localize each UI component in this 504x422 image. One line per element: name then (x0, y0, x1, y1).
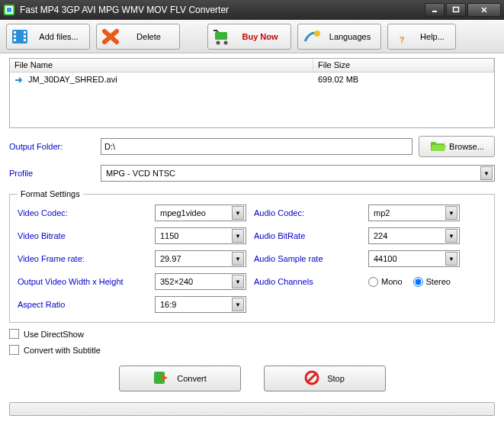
close-button[interactable] (467, 3, 501, 17)
languages-button[interactable]: Languages (297, 24, 381, 50)
folder-icon (429, 139, 446, 154)
svg-rect-13 (24, 39, 26, 41)
svg-rect-4 (454, 8, 459, 12)
format-legend: Format Settings (18, 189, 83, 198)
svg-rect-12 (24, 35, 26, 37)
file-size-cell: 699.02 MB (313, 74, 494, 85)
convert-label: Convert (177, 374, 207, 383)
audio-codec-label: Audio Codec: (254, 208, 368, 217)
audio-channels-label: Audio Channels (254, 277, 368, 286)
file-list-header: File Name File Size (10, 59, 494, 72)
file-list[interactable]: File Name File Size JM_30DAY_SHRED.avi 6… (9, 58, 495, 128)
svg-point-16 (224, 40, 228, 44)
chevron-down-icon: ▼ (232, 229, 244, 243)
chevron-down-icon: ▼ (232, 298, 244, 311)
progress-bar (9, 402, 495, 416)
svg-rect-10 (14, 39, 16, 41)
window-controls (425, 3, 501, 17)
stereo-radio[interactable]: Stereo (413, 277, 451, 287)
audio-bitrate-combo[interactable]: 224▼ (368, 227, 460, 244)
help-label: Help... (417, 32, 448, 41)
stop-icon (304, 370, 319, 387)
add-files-label: Add files... (36, 32, 82, 41)
profile-value: MPG - VCD NTSC (106, 169, 480, 178)
profile-label: Profile (9, 169, 101, 178)
directshow-label: Use DirectShow (24, 330, 84, 339)
directshow-checkbox[interactable]: Use DirectShow (9, 329, 495, 339)
audio-sample-label: Audio Sample rate (254, 254, 368, 263)
svg-point-17 (314, 31, 320, 37)
delete-label: Delete (126, 32, 172, 41)
app-icon (3, 4, 15, 16)
svg-rect-11 (24, 31, 26, 34)
profile-combo[interactable]: MPG - VCD NTSC ▼ (101, 165, 495, 182)
video-wh-label: Output Video Width x Height (18, 277, 155, 286)
buy-now-button[interactable]: Buy Now (207, 24, 291, 50)
column-filesize[interactable]: File Size (313, 59, 494, 72)
stop-label: Stop (327, 374, 345, 383)
video-codec-combo[interactable]: mpeg1video▼ (155, 205, 246, 221)
browse-label: Browse... (449, 142, 484, 151)
video-framerate-combo[interactable]: 29.97▼ (155, 250, 246, 267)
video-codec-label: Video Codec: (18, 208, 155, 217)
video-bitrate-combo[interactable]: 1150▼ (155, 227, 246, 244)
languages-label: Languages (327, 32, 373, 41)
help-button[interactable]: ? Help... (387, 24, 456, 50)
subtitle-label: Convert with Subtitle (24, 346, 101, 355)
checkbox-icon (9, 329, 19, 339)
audio-codec-combo[interactable]: mp2▼ (368, 205, 460, 221)
chevron-down-icon: ▼ (445, 206, 457, 220)
convert-icon (152, 370, 169, 387)
add-files-button[interactable]: Add files... (6, 24, 90, 50)
toolbar: Add files... Delete Buy Now Languages ? … (0, 20, 504, 53)
table-row[interactable]: JM_30DAY_SHRED.avi 699.02 MB (10, 72, 494, 86)
window-title: Fast MP4 3GP AVI MPG WMV MOV FLV Convert… (20, 5, 425, 15)
convert-button[interactable]: Convert (119, 366, 241, 391)
language-icon (301, 27, 323, 47)
chevron-down-icon: ▼ (232, 275, 244, 288)
minimize-button[interactable] (425, 3, 445, 17)
aspect-label: Aspect Ratio (18, 300, 155, 309)
buy-now-label: Buy Now (237, 32, 283, 41)
chevron-down-icon: ▼ (232, 252, 244, 266)
cart-icon (211, 27, 233, 47)
video-bitrate-label: Video Bitrate (18, 231, 155, 240)
audio-bitrate-label: Audio BitRate (254, 231, 368, 240)
delete-x-icon (100, 27, 121, 47)
audio-sample-combo[interactable]: 44100▼ (368, 250, 460, 267)
maximize-button[interactable] (446, 3, 466, 17)
svg-text:?: ? (400, 35, 405, 44)
output-folder-label: Output Folder: (9, 142, 101, 151)
delete-button[interactable]: Delete (96, 24, 180, 50)
svg-rect-14 (215, 32, 227, 40)
column-filename[interactable]: File Name (10, 59, 313, 72)
svg-rect-9 (14, 35, 16, 37)
format-settings-group: Format Settings Video Codec: mpeg1video▼… (9, 189, 495, 323)
svg-rect-2 (7, 8, 11, 12)
chevron-down-icon: ▼ (232, 206, 244, 220)
output-folder-input[interactable] (101, 138, 413, 155)
chevron-down-icon: ▼ (445, 229, 457, 243)
checkbox-icon (9, 345, 19, 355)
svg-line-21 (308, 374, 316, 382)
svg-rect-8 (14, 31, 16, 34)
titlebar: Fast MP4 3GP AVI MPG WMV MOV FLV Convert… (0, 0, 504, 20)
subtitle-checkbox[interactable]: Convert with Subtitle (9, 345, 495, 355)
help-icon: ? (391, 27, 413, 47)
file-arrow-icon (14, 76, 24, 84)
mono-radio[interactable]: Mono (368, 277, 403, 287)
video-wh-combo[interactable]: 352×240▼ (155, 273, 246, 290)
video-framerate-label: Video Frame rate: (18, 254, 155, 263)
chevron-down-icon: ▼ (445, 252, 457, 266)
stop-button[interactable]: Stop (264, 366, 386, 391)
chevron-down-icon: ▼ (480, 166, 493, 180)
svg-point-15 (217, 40, 220, 44)
film-plus-icon (10, 27, 31, 47)
browse-button[interactable]: Browse... (419, 136, 495, 157)
file-name-cell: JM_30DAY_SHRED.avi (28, 75, 117, 84)
aspect-combo[interactable]: 16:9▼ (155, 296, 246, 313)
